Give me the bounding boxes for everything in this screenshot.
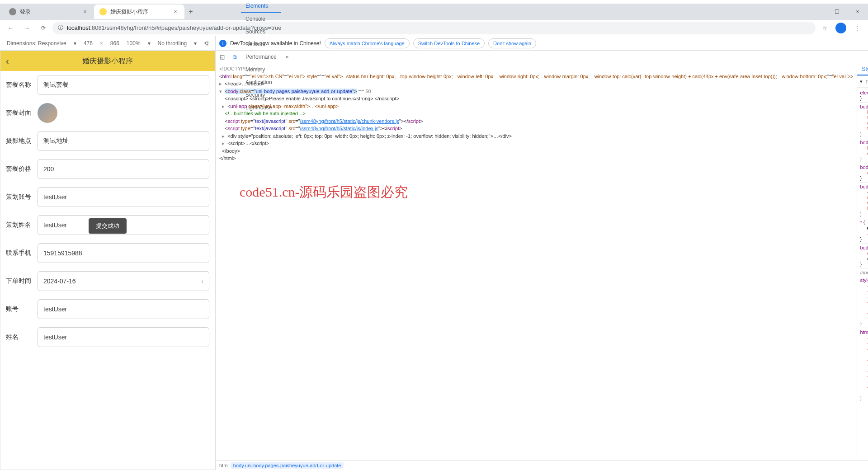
devtools-tab-network[interactable]: Network	[241, 38, 281, 51]
form-input[interactable]: 15915915988	[38, 243, 209, 263]
back-icon[interactable]: ‹	[6, 56, 9, 66]
dimensions-dropdown[interactable]: Dimensions: Responsive	[7, 40, 66, 47]
throttling-dropdown[interactable]: No throttling	[158, 40, 187, 47]
lang-dismiss-link[interactable]: Don't show again	[488, 38, 536, 48]
info-icon: i	[219, 40, 226, 47]
tab-login[interactable]: 登录×	[4, 5, 94, 19]
form-input[interactable]: testUser	[38, 187, 209, 207]
zoom-dropdown[interactable]: 100%	[127, 40, 141, 47]
chevron-right-icon: ›	[201, 277, 203, 285]
form-label: 账号	[6, 305, 38, 313]
form-row: 套餐封面	[0, 99, 215, 127]
app-icon	[99, 8, 107, 15]
form-row: 账号testUser	[0, 295, 215, 323]
width-input[interactable]: 476	[84, 40, 93, 47]
mobile-frame: ‹ 婚庆摄影小程序 套餐名称测试套餐套餐封面摄影地点测试地址套餐价格200策划账…	[0, 51, 215, 470]
maximize-button[interactable]: ☐	[826, 5, 847, 19]
more-icon[interactable]: ⋮	[205, 40, 211, 46]
toast: 提交成功	[89, 218, 127, 234]
page-title: 婚庆摄影小程序	[82, 56, 133, 66]
globe-icon	[9, 8, 16, 15]
form-input[interactable]: 2024-07-16›	[38, 271, 209, 291]
address-bar-row: ← → ⟳ ⓘ localhost:8081/ssm48yhg/front/h5…	[0, 20, 868, 36]
site-info-icon[interactable]: ⓘ	[58, 24, 63, 32]
forward-button[interactable]: →	[20, 21, 34, 35]
form-label: 套餐名称	[6, 81, 38, 89]
filter-icon: ▾	[860, 79, 863, 85]
close-icon[interactable]: ×	[172, 8, 179, 15]
devtools-panel: i DevTools is now available in Chinese! …	[216, 36, 868, 470]
breadcrumb: html body.uni-body.pages-paisheyuyue-add…	[216, 460, 868, 470]
filter-input[interactable]	[865, 79, 868, 85]
reload-button[interactable]: ⟳	[36, 21, 51, 35]
device-viewport: Dimensions: Responsive▾ 476 × 866 100%▾ …	[0, 36, 216, 470]
elements-panel[interactable]: <!DOCTYPE html><html lang="="el-val">zh-…	[216, 63, 857, 460]
form-input[interactable]: testUser	[38, 299, 209, 319]
minimize-button[interactable]: —	[806, 5, 826, 19]
form-input[interactable]: 测试地址	[38, 131, 209, 151]
form-label: 套餐封面	[6, 109, 38, 117]
form-row: 下单时间2024-07-16›	[0, 267, 215, 295]
bookmark-icon[interactable]: ☆	[817, 21, 832, 35]
form-label: 姓名	[6, 333, 38, 341]
form-label: 摄影地点	[6, 137, 38, 145]
close-icon[interactable]: ×	[81, 8, 89, 15]
form-row: 摄影地点测试地址	[0, 127, 215, 155]
styles-tab-styles[interactable]: Styles	[857, 63, 868, 75]
form-label: 联系手机	[6, 249, 38, 257]
lang-match-link[interactable]: Always match Chrome's language	[325, 38, 410, 48]
device-toolbar: Dimensions: Responsive▾ 476 × 866 100%▾ …	[0, 36, 215, 51]
browser-tabs: 登录× 婚庆摄影小程序× + — ☐ ×	[0, 4, 868, 20]
form-label: 套餐价格	[6, 165, 38, 173]
address-bar[interactable]: ⓘ localhost:8081/ssm48yhg/front/h5/#/pag…	[52, 22, 816, 34]
form-row: 策划账号testUser	[0, 183, 215, 211]
form-label: 策划姓名	[6, 221, 38, 229]
form-row: 套餐名称测试套餐	[0, 71, 215, 99]
devtools-tabs: ◱ ⧉ ElementsConsoleSourcesNetworkPerform…	[216, 51, 868, 63]
form-label: 下单时间	[6, 277, 38, 285]
cover-thumbnail[interactable]	[38, 103, 57, 123]
form-row: 联系手机15915915988	[0, 239, 215, 267]
form-row: 姓名testUser	[0, 323, 215, 351]
close-window-button[interactable]: ×	[847, 5, 868, 19]
form-input[interactable]: 200	[38, 159, 209, 179]
devtools-tab-sources[interactable]: Sources	[241, 25, 281, 38]
lang-switch-link[interactable]: Switch DevTools to Chinese	[413, 38, 485, 48]
devtools-tab-elements[interactable]: Elements	[241, 0, 281, 13]
profile-button[interactable]	[834, 21, 848, 35]
styles-panel: StylesComputedLayoutEvent Listeners» ▾ :…	[857, 63, 868, 460]
devtools-tab-performance[interactable]: Performance	[241, 51, 281, 63]
form-label: 策划账号	[6, 193, 38, 201]
menu-button[interactable]: ⋮	[850, 21, 864, 35]
new-tab-button[interactable]: +	[184, 5, 197, 18]
devtools-tab-console[interactable]: Console	[241, 13, 281, 25]
form-input[interactable]: testUser	[38, 327, 209, 347]
form-row: 套餐价格200	[0, 155, 215, 183]
back-button[interactable]: ←	[4, 21, 18, 35]
form-input[interactable]: 测试套餐	[38, 75, 209, 95]
device-toggle-icon[interactable]: ⧉	[228, 54, 241, 60]
tab-app[interactable]: 婚庆摄影小程序×	[94, 5, 184, 19]
inspect-icon[interactable]: ◱	[216, 54, 228, 60]
app-header: ‹ 婚庆摄影小程序	[0, 51, 215, 71]
height-input[interactable]: 866	[110, 40, 119, 47]
